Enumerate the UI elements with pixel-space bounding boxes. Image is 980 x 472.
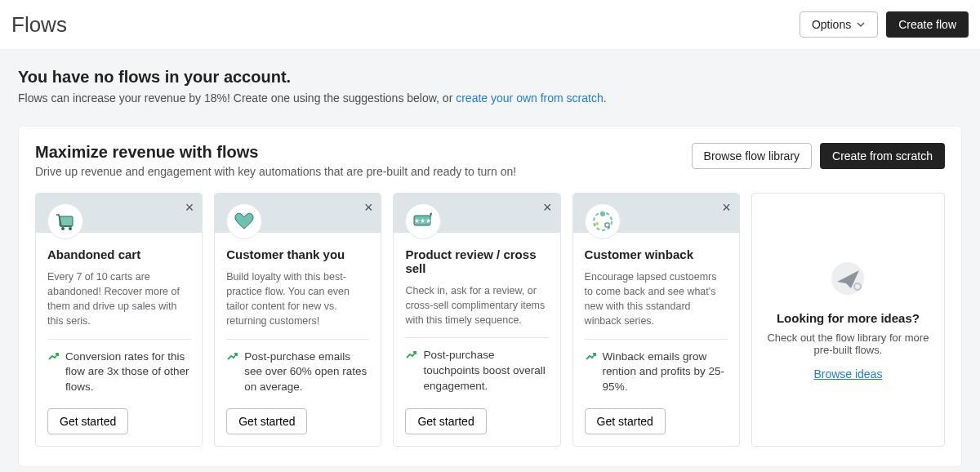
panel-head-text: Maximize revenue with flows Drive up rev…	[35, 143, 516, 178]
heart-icon	[226, 203, 262, 239]
topbar-actions: Options Create flow	[800, 11, 969, 38]
more-text: Check out the flow library for more pre-…	[765, 332, 931, 356]
get-started-button[interactable]: Get started	[226, 408, 307, 434]
intro-heading: You have no flows in your account.	[18, 68, 962, 87]
chevron-down-icon	[856, 20, 866, 29]
intro-section: You have no flows in your account. Flows…	[0, 50, 980, 113]
trend-up-icon	[405, 350, 416, 361]
cta-label: Get started	[417, 415, 474, 428]
svg-point-2	[69, 227, 72, 230]
card-desc: Check in, ask for a review, or cross-sel…	[405, 283, 548, 327]
svg-rect-0	[60, 216, 73, 226]
trend-up-icon	[47, 351, 59, 363]
card-title: Product review / cross sell	[405, 247, 548, 275]
card-stat-text: Post-purchase touchpoints boost overall …	[423, 348, 548, 394]
close-icon[interactable]: ×	[543, 200, 552, 215]
card-body: Customer thank you Build loyalty with th…	[215, 233, 381, 446]
create-from-scratch-label: Create from scratch	[832, 149, 933, 163]
options-button[interactable]: Options	[800, 11, 878, 38]
flow-card-winback: × Customer winback Encourage lapsed cust…	[572, 193, 740, 447]
card-separator	[585, 339, 728, 340]
card-stat: Conversion rates for this flow are 3x th…	[47, 350, 190, 396]
browse-library-button[interactable]: Browse flow library	[692, 143, 812, 169]
card-body: Customer winback Encourage lapsed custoe…	[573, 233, 739, 446]
card-desc: Every 7 of 10 carts are abandoned! Recov…	[47, 269, 190, 329]
card-footer: Get started	[585, 408, 728, 434]
card-title: Customer thank you	[226, 247, 369, 261]
card-header: ×	[573, 194, 739, 233]
svg-point-1	[61, 227, 65, 230]
panel-heading: Maximize revenue with flows	[35, 143, 516, 162]
winback-icon	[585, 203, 621, 239]
create-flow-label: Create flow	[898, 18, 956, 31]
flow-card-thank-you: × Customer thank you Build loyalty with …	[214, 193, 381, 447]
more-ideas-card: Looking for more ideas? Check out the fl…	[751, 193, 945, 447]
card-separator	[47, 339, 190, 340]
card-footer: Get started	[405, 408, 548, 434]
get-started-button[interactable]: Get started	[47, 408, 128, 434]
card-footer: Get started	[47, 408, 190, 434]
cta-label: Get started	[597, 415, 653, 428]
close-icon[interactable]: ×	[722, 200, 731, 215]
create-from-scratch-button[interactable]: Create from scratch	[820, 143, 945, 169]
card-stat-text: Conversion rates for this flow are 3x th…	[65, 350, 190, 396]
card-title: Customer winback	[585, 247, 728, 261]
cart-icon	[47, 203, 83, 239]
maximize-panel: Maximize revenue with flows Drive up rev…	[18, 126, 962, 467]
card-stat: Post-purchase emails see over 60% open r…	[226, 350, 369, 396]
card-header: ★★★ ×	[394, 194, 559, 233]
get-started-button[interactable]: Get started	[585, 408, 666, 434]
svg-rect-8	[605, 223, 609, 227]
topbar: Flows Options Create flow	[0, 0, 980, 50]
page-title: Flows	[11, 12, 67, 38]
flow-card-abandoned-cart: × Abandoned cart Every 7 of 10 carts are…	[35, 193, 203, 447]
card-desc: Build loyalty with this best-practice fl…	[226, 269, 369, 329]
card-body: Product review / cross sell Check in, as…	[394, 233, 559, 446]
card-stat: Winback emails grow rention and profits …	[585, 350, 728, 396]
intro-text-prefix: Flows can increase your revenue by 18%! …	[18, 91, 456, 105]
card-stat: Post-purchase touchpoints boost overall …	[405, 348, 548, 394]
close-icon[interactable]: ×	[364, 200, 373, 215]
svg-point-7	[595, 222, 599, 225]
panel-head: Maximize revenue with flows Drive up rev…	[35, 143, 945, 178]
intro-text: Flows can increase your revenue by 18%! …	[18, 91, 962, 105]
card-body: Abandoned cart Every 7 of 10 carts are a…	[36, 233, 202, 446]
card-stat-text: Winback emails grow rention and profits …	[603, 350, 728, 396]
card-title: Abandoned cart	[47, 247, 190, 261]
svg-text:★★★: ★★★	[414, 217, 431, 225]
trend-up-icon	[585, 351, 596, 363]
paper-plane-icon	[825, 259, 871, 298]
card-header: ×	[36, 194, 202, 233]
card-desc: Encourage lapsed custoemrs to come back …	[585, 269, 728, 329]
create-flow-button[interactable]: Create flow	[886, 11, 969, 38]
card-row: × Abandoned cart Every 7 of 10 carts are…	[35, 193, 945, 447]
card-separator	[405, 337, 548, 338]
get-started-button[interactable]: Get started	[405, 408, 486, 434]
flow-card-review-cross-sell: ★★★ × Product review / cross sell Check …	[393, 193, 560, 447]
create-from-scratch-link[interactable]: create your own from scratch	[456, 91, 604, 105]
panel-subheading: Drive up revenue and engagement with key…	[35, 165, 516, 178]
trend-up-icon	[226, 351, 238, 363]
card-header: ×	[215, 194, 381, 233]
card-separator	[226, 339, 369, 340]
card-footer: Get started	[226, 408, 369, 434]
options-label: Options	[812, 18, 851, 31]
browse-ideas-link[interactable]: Browse ideas	[813, 367, 882, 381]
panel-actions: Browse flow library Create from scratch	[692, 143, 945, 169]
cta-label: Get started	[238, 415, 295, 428]
card-stat-text: Post-purchase emails see over 60% open r…	[244, 350, 369, 396]
svg-point-6	[600, 212, 605, 216]
more-heading: Looking for more ideas?	[777, 311, 920, 325]
cta-label: Get started	[60, 415, 116, 428]
intro-text-suffix: .	[604, 91, 607, 105]
close-icon[interactable]: ×	[185, 200, 194, 215]
browse-library-label: Browse flow library	[704, 149, 800, 163]
